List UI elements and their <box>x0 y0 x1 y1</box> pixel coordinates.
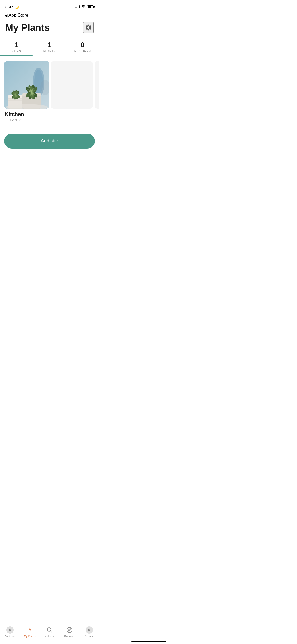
site-info-kitchen: Kitchen 1 PLANTS <box>4 111 95 122</box>
sites-count: 1 <box>2 41 31 49</box>
empty-card-2 <box>95 61 99 109</box>
time-display: 6:47 <box>5 5 13 9</box>
site-card-kitchen[interactable] <box>4 61 49 109</box>
plant-image <box>4 61 49 109</box>
status-icons <box>75 5 94 9</box>
pictures-label: PICTURES <box>68 50 97 53</box>
settings-button[interactable] <box>83 22 94 33</box>
empty-card-1 <box>51 61 93 109</box>
svg-point-31 <box>28 89 29 90</box>
sites-label: SITES <box>2 50 31 53</box>
stat-plants[interactable]: 1 PLANTS <box>33 38 66 56</box>
plants-count: 1 <box>35 41 64 49</box>
wifi-icon <box>81 5 86 9</box>
site-plants-count: 1 PLANTS <box>5 118 94 122</box>
back-chevron-icon: ◀ <box>4 13 7 18</box>
add-site-button[interactable]: Add site <box>4 134 95 149</box>
stats-row: 1 SITES 1 PLANTS 0 PICTURES <box>0 38 99 56</box>
sites-grid <box>4 61 95 109</box>
svg-point-34 <box>29 91 30 92</box>
back-label: App Store <box>8 13 29 18</box>
plants-label: PLANTS <box>35 50 64 53</box>
stat-pictures[interactable]: 0 PICTURES <box>66 38 99 56</box>
back-navigation[interactable]: ◀ App Store <box>0 12 99 20</box>
svg-point-32 <box>33 88 34 89</box>
page-header: My Plants <box>0 20 99 38</box>
gear-icon <box>85 24 92 31</box>
battery-icon <box>87 5 94 8</box>
svg-point-33 <box>35 90 35 91</box>
pictures-count: 0 <box>68 41 97 49</box>
status-time-area: 6:47 🌙 <box>5 5 19 9</box>
content-area: Kitchen 1 PLANTS <box>0 56 99 127</box>
site-name: Kitchen <box>5 111 94 117</box>
page-title: My Plants <box>5 22 50 33</box>
moon-icon: 🌙 <box>15 5 19 9</box>
plant-illustration <box>4 61 49 109</box>
status-bar: 6:47 🌙 <box>0 0 99 12</box>
svg-point-30 <box>29 87 30 88</box>
signal-icon <box>75 5 80 8</box>
stat-sites[interactable]: 1 SITES <box>0 38 33 56</box>
